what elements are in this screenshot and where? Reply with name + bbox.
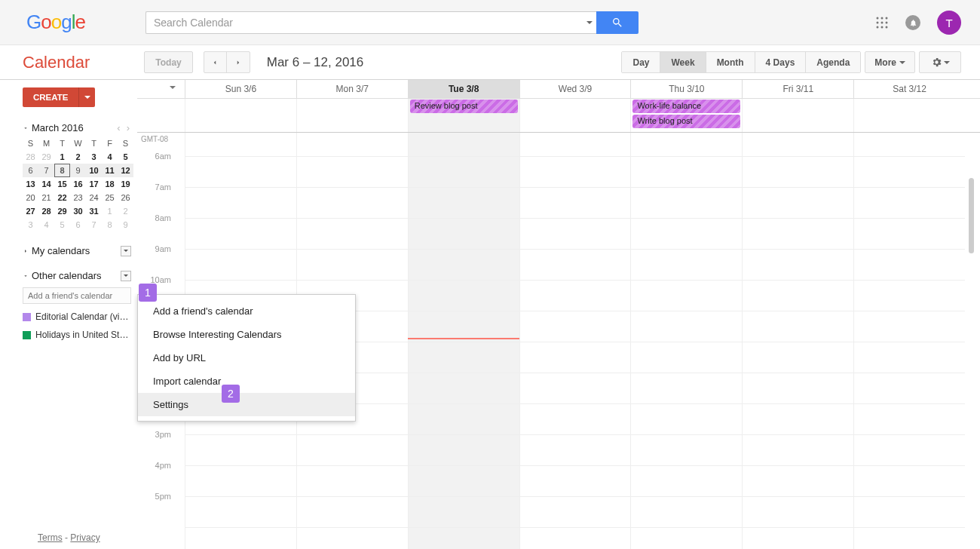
mini-day[interactable]: 17 [86, 177, 102, 191]
other-calendars-menu[interactable] [121, 271, 131, 281]
allday-cell[interactable] [296, 99, 408, 132]
view-4days[interactable]: 4 Days [755, 52, 807, 72]
search-options[interactable] [583, 11, 596, 34]
day-header[interactable]: Fri 3/11 [742, 80, 853, 98]
mini-day[interactable]: 6 [23, 164, 38, 177]
avatar[interactable]: T [937, 11, 961, 35]
search-button[interactable] [596, 11, 639, 34]
next-button[interactable] [227, 52, 250, 72]
mini-day[interactable]: 6 [70, 218, 86, 232]
day-header[interactable]: Thu 3/10 [630, 80, 742, 98]
dropdown-item-import-calendar[interactable]: Import calendar [138, 370, 355, 393]
mini-day[interactable]: 7 [86, 218, 102, 232]
mini-day[interactable]: 27 [23, 204, 38, 218]
svg-point-8 [886, 26, 888, 29]
view-agenda[interactable]: Agenda [806, 52, 860, 72]
mini-day[interactable]: 25 [102, 191, 118, 204]
chevron-down-icon[interactable] [23, 125, 29, 131]
mini-day[interactable]: 10 [86, 164, 102, 177]
mini-day[interactable]: 29 [38, 150, 54, 164]
mini-day[interactable]: 3 [23, 218, 38, 232]
dropdown-item-add-by-url[interactable]: Add by URL [138, 346, 355, 370]
mini-day[interactable]: 9 [70, 164, 86, 177]
event-chip[interactable]: Write blog post [632, 115, 740, 128]
create-button[interactable]: CREATE [23, 87, 78, 107]
add-friend-input[interactable] [23, 287, 131, 304]
calendar-item[interactable]: Editorial Calendar (vi… [23, 311, 131, 322]
mini-day[interactable]: 4 [38, 218, 54, 232]
settings-gear-button[interactable] [919, 51, 961, 73]
google-logo[interactable]: Google [26, 11, 85, 34]
mini-day[interactable]: 22 [54, 191, 70, 204]
privacy-link[interactable]: Privacy [70, 532, 100, 543]
my-calendars-menu[interactable] [121, 246, 131, 256]
view-day[interactable]: Day [622, 52, 660, 72]
view-month[interactable]: Month [706, 52, 755, 72]
more-button[interactable]: More [865, 51, 915, 73]
mini-day[interactable]: 5 [54, 218, 70, 232]
mini-day[interactable]: 15 [54, 177, 70, 191]
calendar-item[interactable]: Holidays in United St… [23, 330, 131, 340]
day-header[interactable]: Sat 3/12 [853, 80, 965, 98]
terms-link[interactable]: Terms [38, 532, 63, 543]
mini-day[interactable]: 18 [102, 177, 118, 191]
mini-day[interactable]: 21 [38, 191, 54, 204]
today-button[interactable]: Today [144, 51, 192, 73]
day-header[interactable]: Wed 3/9 [519, 80, 631, 98]
prev-button[interactable] [204, 52, 227, 72]
mini-day[interactable]: 20 [23, 191, 38, 204]
mini-day[interactable]: 24 [86, 191, 102, 204]
mini-day[interactable]: 5 [118, 150, 133, 164]
dropdown-item-add-a-friend-s-calendar[interactable]: Add a friend's calendar [138, 299, 355, 323]
dropdown-item-browse-interesting-calendars[interactable]: Browse Interesting Calendars [138, 323, 355, 346]
svg-point-5 [886, 22, 888, 24]
create-dropdown[interactable] [78, 87, 95, 107]
mini-day[interactable]: 1 [102, 204, 118, 218]
allday-cell[interactable] [185, 99, 296, 132]
mini-day[interactable]: 7 [38, 164, 54, 177]
search-input[interactable] [145, 11, 583, 34]
my-calendars-header[interactable]: My calendars [23, 245, 131, 256]
mini-day[interactable]: 31 [86, 204, 102, 218]
mini-day[interactable]: 14 [38, 177, 54, 191]
mini-day[interactable]: 8 [102, 218, 118, 232]
mini-day[interactable]: 12 [118, 164, 133, 177]
mini-day[interactable]: 11 [102, 164, 118, 177]
event-chip[interactable]: Review blog post [410, 100, 518, 113]
mini-day[interactable]: 3 [86, 150, 102, 164]
svg-point-7 [881, 26, 884, 29]
mini-day[interactable]: 8 [54, 164, 70, 177]
mini-day[interactable]: 16 [70, 177, 86, 191]
view-week[interactable]: Week [660, 52, 706, 72]
notifications-icon[interactable] [905, 15, 920, 30]
mini-day[interactable]: 1 [54, 150, 70, 164]
mini-day[interactable]: 2 [70, 150, 86, 164]
mini-day[interactable]: 30 [70, 204, 86, 218]
day-header[interactable]: Sun 3/6 [185, 80, 296, 98]
mini-day[interactable]: 2 [118, 204, 133, 218]
mini-day[interactable]: 13 [23, 177, 38, 191]
apps-icon[interactable] [875, 16, 889, 29]
event-chip[interactable]: Work-life balance [632, 100, 740, 113]
allday-cell[interactable]: Review blog post [408, 99, 519, 132]
allday-cell[interactable] [853, 99, 965, 132]
allday-cell[interactable]: Work-life balanceWrite blog post [630, 99, 742, 132]
mini-day[interactable]: 9 [118, 218, 133, 232]
mini-day[interactable]: 29 [54, 204, 70, 218]
allday-cell[interactable] [519, 99, 631, 132]
mini-prev[interactable]: ‹ [115, 122, 121, 133]
mini-day[interactable]: 26 [118, 191, 133, 204]
day-header[interactable]: Tue 3/8 [408, 80, 519, 98]
scrollbar[interactable] [969, 178, 974, 253]
allday-cell[interactable] [742, 99, 853, 132]
mini-next[interactable]: › [125, 122, 131, 133]
grid-options-caret[interactable] [170, 89, 176, 100]
dropdown-item-settings[interactable]: Settings [138, 393, 355, 416]
mini-day[interactable]: 28 [23, 150, 38, 164]
other-calendars-header[interactable]: Other calendars [23, 270, 131, 281]
mini-day[interactable]: 4 [102, 150, 118, 164]
day-header[interactable]: Mon 3/7 [296, 80, 408, 98]
mini-day[interactable]: 28 [38, 204, 54, 218]
mini-day[interactable]: 23 [70, 191, 86, 204]
mini-day[interactable]: 19 [118, 177, 133, 191]
